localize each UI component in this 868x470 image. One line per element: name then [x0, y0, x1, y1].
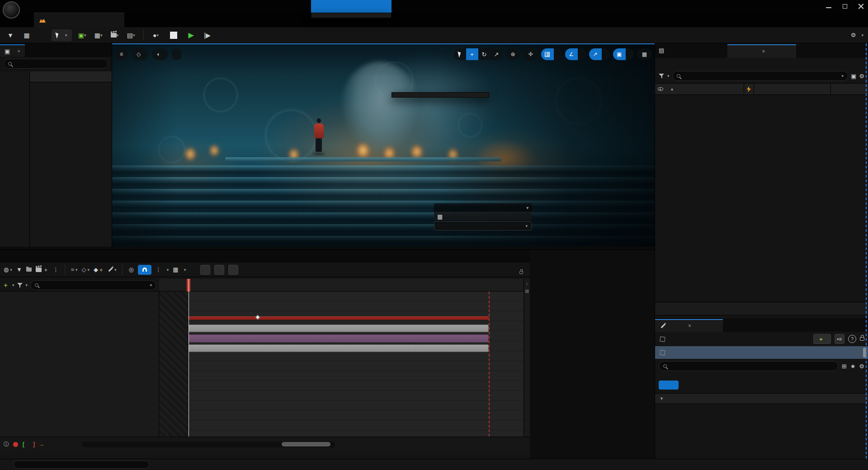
grid-snap-control[interactable]	[541, 48, 562, 60]
visibility-column-icon[interactable]	[655, 87, 666, 91]
add-component-button[interactable]: ＋	[813, 334, 831, 344]
timeline-scrollbar[interactable]	[82, 442, 335, 447]
loop-mode-button[interactable]: →	[39, 441, 44, 447]
maximize-button[interactable]	[842, 3, 848, 9]
chevron-down-icon[interactable]: ▾	[667, 74, 670, 78]
play-options-button[interactable]: ▤▾	[125, 30, 137, 41]
current-level-dropdown[interactable]: ▾	[434, 221, 532, 230]
grid-view-icon[interactable]: ⊞	[842, 363, 847, 370]
level-viewport[interactable]: ≡ ◇ ◐ + ↻ ↗ ⊕ ✣ ∠ ↗	[112, 43, 655, 247]
all-filter-button[interactable]	[659, 381, 679, 390]
play-button[interactable]: ▶	[185, 30, 197, 41]
add-keyframe-button[interactable]: ◆＋	[94, 266, 104, 274]
tab-details[interactable]: ×	[655, 319, 723, 332]
create-camera-button[interactable]: ＋	[36, 266, 49, 274]
cinematics-button[interactable]: ▾	[109, 30, 121, 41]
sequencer-search-input[interactable]	[41, 282, 147, 288]
scale-snap-icon[interactable]: ↗	[589, 48, 602, 60]
expand-icon[interactable]: ↕	[526, 282, 528, 286]
tools-dropdown[interactable]: ▾	[183, 268, 186, 272]
world-space-button[interactable]: ⊕	[506, 48, 520, 60]
playhead-line[interactable]	[189, 279, 189, 437]
blueprints-button[interactable]: ▦▾	[93, 30, 104, 41]
console-command-input[interactable]	[19, 462, 144, 467]
settings-dropdown[interactable]: ⚙ ▾	[851, 32, 863, 38]
type-column-header[interactable]	[831, 84, 868, 94]
favorites-star-icon[interactable]: ★	[850, 363, 856, 370]
rotate-tool-button[interactable]: ↻	[478, 48, 491, 60]
track-section-bar[interactable]	[189, 324, 489, 332]
browse-content-button[interactable]: ▦	[21, 30, 33, 41]
tab-advanceoutline[interactable]: ×	[727, 44, 796, 58]
filter-icon[interactable]	[659, 74, 665, 78]
outliner-title[interactable]: ▤	[659, 47, 667, 54]
lit-mode-dropdown[interactable]: ◐	[152, 48, 168, 60]
close-button[interactable]	[858, 3, 864, 9]
lock-icon[interactable]	[519, 271, 523, 274]
close-icon[interactable]: ×	[762, 48, 765, 55]
marker-button[interactable]: ◎	[128, 266, 133, 273]
fps-dropdown[interactable]: ▾	[165, 268, 169, 272]
blueprint-convert-button[interactable]: ▪≡	[835, 334, 844, 344]
help-icon[interactable]: ?	[848, 335, 856, 343]
snapping-toggle-on[interactable]	[138, 265, 151, 275]
asset-tab[interactable]	[34, 13, 124, 27]
angle-snap-icon[interactable]: ∠	[565, 48, 578, 60]
surface-snap-button[interactable]: ✣	[524, 48, 538, 60]
label-column-header[interactable]: ▲	[666, 84, 744, 94]
thumbnail-toggle-button[interactable]: ▦	[173, 266, 178, 273]
place-actors-search-input[interactable]	[14, 61, 104, 67]
tab-place-actors[interactable]: ▣ ×	[0, 44, 25, 57]
changepath-button[interactable]	[200, 265, 210, 275]
menu-item-teamones-pipeline[interactable]	[311, 0, 392, 13]
select-mode-dropdown[interactable]: ▾	[52, 29, 72, 41]
playback-options-button[interactable]: ◇▾	[81, 266, 90, 273]
transform-section-header[interactable]: ▼	[655, 393, 868, 404]
gear-icon[interactable]: ⚙	[859, 73, 864, 80]
info-icon[interactable]: ⓘ	[4, 441, 9, 448]
set-range-end-button[interactable]: ]	[33, 441, 34, 447]
stop-button[interactable]	[170, 32, 177, 39]
save-button[interactable]: ▼	[5, 30, 16, 41]
camera-speed-control[interactable]: ▣	[613, 48, 634, 60]
maximize-viewport-button[interactable]: ▦	[637, 48, 652, 60]
edit-options-button[interactable]: ▾	[108, 268, 117, 272]
scale-snap-control[interactable]: ↗	[589, 48, 610, 60]
camera-icon[interactable]: ▣	[613, 48, 626, 60]
select-tool-button[interactable]	[454, 48, 466, 60]
snap-options-button[interactable]: ⋮	[156, 266, 161, 273]
scrollbar-thumb[interactable]	[863, 348, 866, 357]
current-context-header[interactable]: ▾	[434, 203, 532, 212]
viewport-menu-button[interactable]: ≡	[115, 48, 128, 60]
close-icon[interactable]: ×	[17, 48, 20, 54]
record-button[interactable]	[13, 442, 18, 447]
details-instance-row[interactable]	[655, 346, 868, 359]
save-sequence-button[interactable]: ▼	[16, 266, 22, 273]
new-folder-icon[interactable]: ▣	[851, 73, 856, 80]
lock-icon[interactable]	[860, 337, 864, 341]
outliner-search-input[interactable]	[683, 73, 839, 79]
step-frame-button[interactable]: |▶	[202, 30, 213, 41]
browse-sequence-button[interactable]	[26, 268, 32, 272]
add-actor-button[interactable]: ▣▾	[76, 30, 88, 41]
scrollbar-thumb[interactable]	[282, 442, 330, 446]
gear-icon[interactable]: ⚙	[859, 363, 864, 370]
actor-visibility-button[interactable]	[228, 265, 238, 275]
sequencer-column-header[interactable]	[754, 84, 831, 94]
details-search-input[interactable]	[670, 363, 834, 369]
move-tool-button[interactable]: +	[466, 48, 478, 60]
track-section-bar[interactable]	[189, 344, 489, 352]
perspective-dropdown[interactable]: ◇	[132, 48, 148, 60]
add-track-button[interactable]: ＋▾	[3, 281, 14, 289]
minimize-button[interactable]	[826, 3, 832, 9]
chevron-down-icon[interactable]: ▾	[842, 74, 844, 78]
animation-clip-bar[interactable]	[189, 334, 489, 343]
filter-icon[interactable]	[17, 283, 23, 287]
sequence-browse-button[interactable]: ◍▾	[4, 266, 12, 273]
panel-icon[interactable]: ▤	[525, 289, 529, 293]
scale-tool-button[interactable]: ↗	[491, 48, 503, 60]
curve-editor-button[interactable]: ≈▾	[71, 266, 78, 273]
lightning-column-icon[interactable]	[744, 84, 754, 94]
platforms-button[interactable]: ●▾	[150, 30, 162, 41]
close-icon[interactable]: ×	[688, 323, 691, 329]
